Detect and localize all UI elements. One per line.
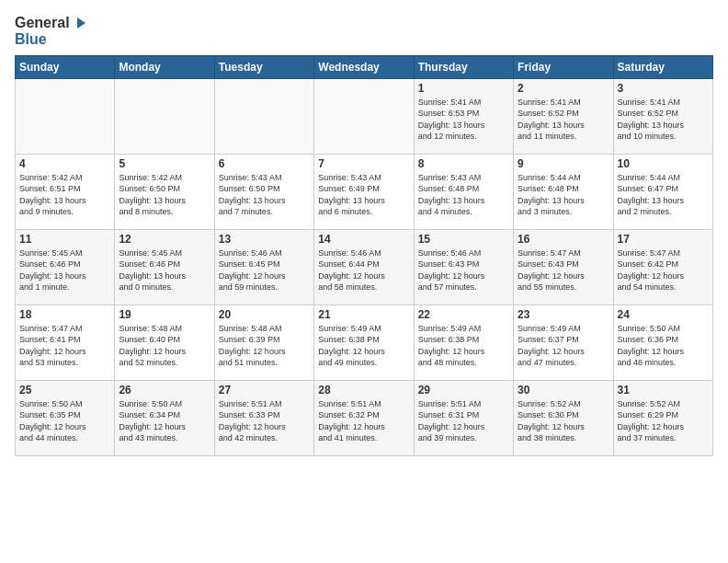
calendar-cell: 6Sunrise: 5:43 AM Sunset: 6:50 PM Daylig… — [214, 154, 313, 229]
logo-general-text: General — [15, 15, 70, 31]
day-info: Sunrise: 5:41 AM Sunset: 6:53 PM Dayligh… — [418, 97, 509, 143]
day-info: Sunrise: 5:47 AM Sunset: 6:43 PM Dayligh… — [518, 247, 609, 293]
calendar-cell: 28Sunrise: 5:51 AM Sunset: 6:32 PM Dayli… — [314, 380, 414, 455]
day-info: Sunrise: 5:43 AM Sunset: 6:48 PM Dayligh… — [418, 172, 509, 218]
day-number: 22 — [418, 308, 509, 321]
day-number: 15 — [418, 233, 509, 246]
day-number: 11 — [19, 233, 110, 246]
calendar-cell: 25Sunrise: 5:50 AM Sunset: 6:35 PM Dayli… — [16, 380, 115, 455]
calendar-cell: 14Sunrise: 5:46 AM Sunset: 6:44 PM Dayli… — [314, 229, 414, 304]
calendar-cell: 3Sunrise: 5:41 AM Sunset: 6:52 PM Daylig… — [613, 78, 712, 154]
day-number: 17 — [618, 233, 709, 246]
day-number: 23 — [518, 308, 609, 321]
calendar-cell: 30Sunrise: 5:52 AM Sunset: 6:30 PM Dayli… — [514, 380, 613, 455]
svg-marker-0 — [77, 17, 85, 29]
calendar-cell: 11Sunrise: 5:45 AM Sunset: 6:46 PM Dayli… — [16, 229, 115, 304]
day-info: Sunrise: 5:45 AM Sunset: 6:46 PM Dayligh… — [119, 247, 210, 293]
day-header-monday: Monday — [115, 55, 214, 78]
day-number: 20 — [219, 308, 310, 321]
day-info: Sunrise: 5:51 AM Sunset: 6:31 PM Dayligh… — [418, 398, 509, 444]
calendar-cell: 27Sunrise: 5:51 AM Sunset: 6:33 PM Dayli… — [214, 380, 313, 455]
calendar-cell: 20Sunrise: 5:48 AM Sunset: 6:39 PM Dayli… — [214, 304, 313, 380]
calendar-cell: 22Sunrise: 5:49 AM Sunset: 6:38 PM Dayli… — [414, 304, 513, 380]
calendar-cell: 16Sunrise: 5:47 AM Sunset: 6:43 PM Dayli… — [514, 229, 613, 304]
header: General Blue — [15, 15, 713, 48]
day-number: 8 — [418, 157, 509, 170]
day-header-tuesday: Tuesday — [214, 55, 313, 78]
day-info: Sunrise: 5:43 AM Sunset: 6:49 PM Dayligh… — [318, 172, 409, 218]
day-header-wednesday: Wednesday — [314, 55, 414, 78]
day-info: Sunrise: 5:46 AM Sunset: 6:44 PM Dayligh… — [318, 247, 409, 293]
day-header-friday: Friday — [514, 55, 613, 78]
calendar-cell: 17Sunrise: 5:47 AM Sunset: 6:42 PM Dayli… — [613, 229, 712, 304]
day-number: 4 — [19, 157, 110, 170]
day-number: 24 — [618, 308, 709, 321]
calendar-cell — [16, 78, 115, 154]
day-number: 29 — [418, 384, 509, 396]
day-header-sunday: Sunday — [16, 55, 115, 78]
day-number: 13 — [219, 233, 310, 246]
calendar-week-row: 11Sunrise: 5:45 AM Sunset: 6:46 PM Dayli… — [16, 229, 713, 304]
day-number: 5 — [119, 157, 210, 170]
calendar-week-row: 4Sunrise: 5:42 AM Sunset: 6:51 PM Daylig… — [16, 154, 713, 229]
logo-blue-text: Blue — [15, 31, 88, 48]
calendar-cell: 4Sunrise: 5:42 AM Sunset: 6:51 PM Daylig… — [16, 154, 115, 229]
calendar-cell: 9Sunrise: 5:44 AM Sunset: 6:48 PM Daylig… — [514, 154, 613, 229]
calendar-week-row: 18Sunrise: 5:47 AM Sunset: 6:41 PM Dayli… — [16, 304, 713, 380]
day-info: Sunrise: 5:46 AM Sunset: 6:45 PM Dayligh… — [219, 247, 310, 293]
calendar-cell: 21Sunrise: 5:49 AM Sunset: 6:38 PM Dayli… — [314, 304, 414, 380]
calendar-table: SundayMondayTuesdayWednesdayThursdayFrid… — [15, 55, 713, 456]
day-info: Sunrise: 5:47 AM Sunset: 6:42 PM Dayligh… — [618, 247, 709, 293]
day-info: Sunrise: 5:46 AM Sunset: 6:43 PM Dayligh… — [418, 247, 509, 293]
day-number: 25 — [19, 384, 110, 396]
day-number: 3 — [618, 82, 709, 95]
day-number: 31 — [618, 384, 709, 396]
day-info: Sunrise: 5:44 AM Sunset: 6:48 PM Dayligh… — [518, 172, 609, 218]
day-number: 19 — [119, 308, 210, 321]
logo-arrow-icon — [72, 15, 88, 31]
calendar-cell: 15Sunrise: 5:46 AM Sunset: 6:43 PM Dayli… — [414, 229, 513, 304]
day-info: Sunrise: 5:49 AM Sunset: 6:38 PM Dayligh… — [318, 323, 409, 369]
calendar-cell: 18Sunrise: 5:47 AM Sunset: 6:41 PM Dayli… — [16, 304, 115, 380]
day-info: Sunrise: 5:50 AM Sunset: 6:35 PM Dayligh… — [19, 398, 110, 444]
calendar-cell: 10Sunrise: 5:44 AM Sunset: 6:47 PM Dayli… — [613, 154, 712, 229]
day-info: Sunrise: 5:42 AM Sunset: 6:51 PM Dayligh… — [19, 172, 110, 218]
day-number: 10 — [618, 157, 709, 170]
calendar-cell — [115, 78, 214, 154]
day-number: 27 — [219, 384, 310, 396]
day-number: 1 — [418, 82, 509, 95]
day-number: 26 — [119, 384, 210, 396]
day-info: Sunrise: 5:51 AM Sunset: 6:32 PM Dayligh… — [318, 398, 409, 444]
calendar-cell: 26Sunrise: 5:50 AM Sunset: 6:34 PM Dayli… — [115, 380, 214, 455]
day-number: 6 — [219, 157, 310, 170]
day-number: 30 — [518, 384, 609, 396]
calendar-cell — [214, 78, 313, 154]
day-info: Sunrise: 5:41 AM Sunset: 6:52 PM Dayligh… — [518, 97, 609, 143]
day-info: Sunrise: 5:48 AM Sunset: 6:40 PM Dayligh… — [119, 323, 210, 369]
day-info: Sunrise: 5:52 AM Sunset: 6:30 PM Dayligh… — [518, 398, 609, 444]
calendar-cell: 23Sunrise: 5:49 AM Sunset: 6:37 PM Dayli… — [514, 304, 613, 380]
day-number: 2 — [518, 82, 609, 95]
logo: General Blue — [15, 15, 88, 48]
calendar-cell: 7Sunrise: 5:43 AM Sunset: 6:49 PM Daylig… — [314, 154, 414, 229]
day-info: Sunrise: 5:48 AM Sunset: 6:39 PM Dayligh… — [219, 323, 310, 369]
logo-container: General Blue — [15, 15, 88, 48]
day-info: Sunrise: 5:44 AM Sunset: 6:47 PM Dayligh… — [618, 172, 709, 218]
day-number: 21 — [318, 308, 409, 321]
calendar-cell: 29Sunrise: 5:51 AM Sunset: 6:31 PM Dayli… — [414, 380, 513, 455]
day-number: 7 — [318, 157, 409, 170]
calendar-cell: 31Sunrise: 5:52 AM Sunset: 6:29 PM Dayli… — [613, 380, 712, 455]
day-info: Sunrise: 5:41 AM Sunset: 6:52 PM Dayligh… — [618, 97, 709, 143]
day-number: 9 — [518, 157, 609, 170]
day-number: 28 — [318, 384, 409, 396]
day-info: Sunrise: 5:50 AM Sunset: 6:36 PM Dayligh… — [618, 323, 709, 369]
calendar-cell: 5Sunrise: 5:42 AM Sunset: 6:50 PM Daylig… — [115, 154, 214, 229]
calendar-cell — [314, 78, 414, 154]
day-number: 16 — [518, 233, 609, 246]
day-number: 14 — [318, 233, 409, 246]
day-header-thursday: Thursday — [414, 55, 513, 78]
day-info: Sunrise: 5:51 AM Sunset: 6:33 PM Dayligh… — [219, 398, 310, 444]
day-info: Sunrise: 5:43 AM Sunset: 6:50 PM Dayligh… — [219, 172, 310, 218]
calendar-cell: 19Sunrise: 5:48 AM Sunset: 6:40 PM Dayli… — [115, 304, 214, 380]
day-info: Sunrise: 5:42 AM Sunset: 6:50 PM Dayligh… — [119, 172, 210, 218]
